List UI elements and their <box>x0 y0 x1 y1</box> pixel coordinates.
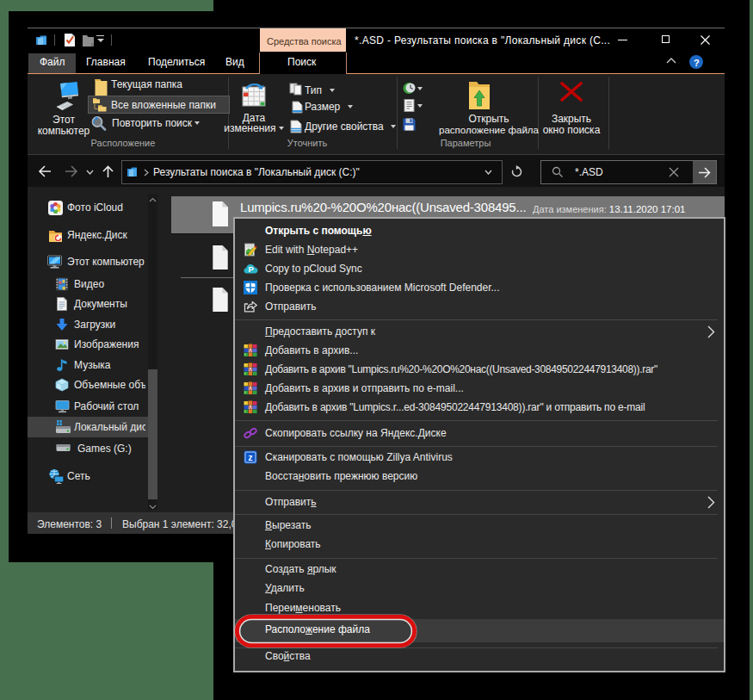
svg-text:z: z <box>249 453 253 462</box>
svg-text:P: P <box>248 264 254 274</box>
